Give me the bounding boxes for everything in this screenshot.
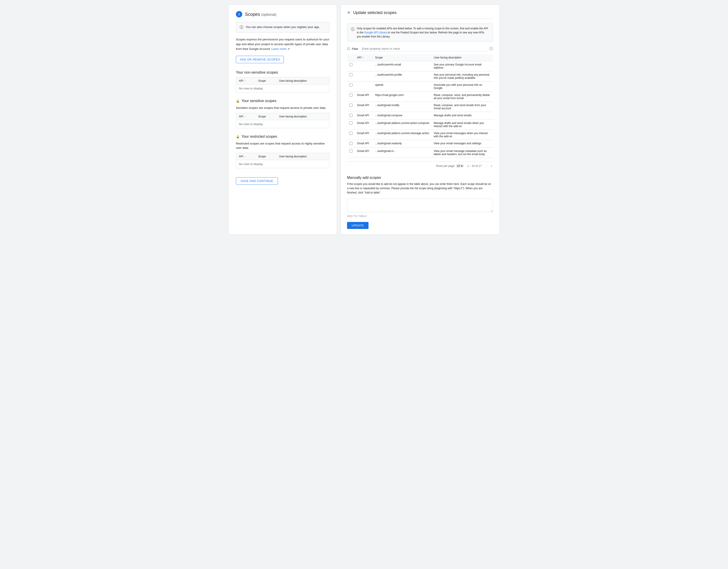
api-info-banner: ⓘ Only scopes for enabled APIs are liste… xyxy=(347,23,493,42)
pagination-bar: Rows per page: 10 25 50 1 – 10 of 17 ‹ › xyxy=(347,162,493,170)
no-rows-row: No rows to display xyxy=(236,84,329,93)
add-to-table-button[interactable]: ADD TO TABLE xyxy=(347,215,493,218)
manually-add-section: Manually add scopes If the scopes you wo… xyxy=(347,176,493,229)
update-button[interactable]: UPDATE xyxy=(347,222,369,229)
api-info-text: Only scopes for enabled APIs are listed … xyxy=(357,26,489,39)
table-row: .../auth/userinfo.profile See your perso… xyxy=(347,71,493,82)
next-page-button[interactable]: › xyxy=(490,164,493,169)
table-row: Gmail API .../auth/gmail.modify Read, co… xyxy=(347,102,493,112)
no-rows-text-r: No rows to display xyxy=(236,160,329,168)
row-checkbox-cell[interactable] xyxy=(347,148,355,158)
filter-label: Filter xyxy=(352,47,358,51)
scopes-table: API ↑ Scope User-facing description .../… xyxy=(347,54,493,158)
row-api xyxy=(355,61,373,71)
row-checkbox[interactable] xyxy=(349,114,352,117)
info-icon-right: ⓘ xyxy=(351,27,355,32)
row-checkbox[interactable] xyxy=(349,94,352,97)
col-scope-r[interactable]: Scope xyxy=(256,153,276,160)
row-api: Gmail API xyxy=(355,112,373,120)
row-scope: https://mail.google.com/ xyxy=(373,92,431,102)
rows-per-page-select[interactable]: 10 25 50 xyxy=(456,164,464,168)
row-scope: .../auth/userinfo.profile xyxy=(373,71,431,82)
row-description: View your email messages when you intera… xyxy=(431,130,493,140)
row-scope: .../auth/gmail.addons.current.message.ac… xyxy=(373,130,431,140)
panel-header: ✕ Update selected scopes xyxy=(347,10,493,19)
col-scope-header[interactable]: Scope xyxy=(373,54,431,61)
page-range: 1 – 10 of 17 xyxy=(467,164,481,168)
col-desc-s: User-facing description xyxy=(276,113,329,120)
row-description: See your personal info, including any pe… xyxy=(431,71,493,82)
add-remove-scopes-button[interactable]: ADD OR REMOVE SCOPES xyxy=(236,56,284,63)
row-checkbox[interactable] xyxy=(349,104,352,107)
row-api: Gmail API xyxy=(355,130,373,140)
info-banner: ⓘ You can also choose scopes when you re… xyxy=(236,22,329,33)
info-banner-text: You can also choose scopes when you regi… xyxy=(246,25,320,29)
table-header-row: API ↑ Scope User-facing description xyxy=(347,54,493,61)
col-api-s[interactable]: API ↑ xyxy=(236,113,256,120)
manual-scopes-textarea[interactable] xyxy=(347,199,493,212)
sensitive-section: 🔒 Your sensitive scopes Sensitive scopes… xyxy=(236,99,329,128)
row-checkbox-cell[interactable] xyxy=(347,112,355,120)
help-icon[interactable]: ⓘ xyxy=(489,47,493,51)
row-scope: openid xyxy=(373,82,431,92)
info-icon: ⓘ xyxy=(240,25,243,30)
prev-page-button[interactable]: ‹ xyxy=(485,164,488,169)
learn-more-link[interactable]: Learn more xyxy=(272,47,287,51)
col-api-r[interactable]: API ↑ xyxy=(236,153,256,160)
table-row: Gmail API .../auth/gmail.addons.current.… xyxy=(347,120,493,130)
filter-bar: ☷ Filter ⓘ xyxy=(347,46,493,52)
no-rows-row-s: No rows to display xyxy=(236,120,329,128)
step-header: 3 Scopes (optional) xyxy=(236,11,329,17)
row-scope: .../auth/gmail.addons.current.action.com… xyxy=(373,120,431,130)
col-scope[interactable]: Scope xyxy=(256,77,276,84)
page-navigation: ‹ › xyxy=(485,164,493,169)
google-api-library-link[interactable]: Google API Library xyxy=(364,31,387,34)
row-description: Manage drafts and send emails when you i… xyxy=(431,120,493,130)
sensitive-table: API ↑ Scope User-facing description No r… xyxy=(236,113,329,128)
row-checkbox[interactable] xyxy=(349,122,352,125)
table-row: Gmail API .../auth/gmail.compose Manage … xyxy=(347,112,493,120)
row-checkbox-cell[interactable] xyxy=(347,61,355,71)
table-row: openid Associate you with your personal … xyxy=(347,82,493,92)
row-checkbox[interactable] xyxy=(349,142,352,145)
table-row: .../auth/userinfo.email See your primary… xyxy=(347,61,493,71)
row-description: Read, compose, and send emails from your… xyxy=(431,102,493,112)
restricted-section: 🔒 Your restricted scopes Restricted scop… xyxy=(236,135,329,168)
restricted-table: API ↑ Scope User-facing description No r… xyxy=(236,153,329,168)
rows-per-page: Rows per page: 10 25 50 xyxy=(436,164,464,168)
row-api: Gmail API xyxy=(355,92,373,102)
row-api xyxy=(355,82,373,92)
col-api[interactable]: API ↑ xyxy=(236,77,256,84)
row-checkbox-cell[interactable] xyxy=(347,82,355,92)
row-checkbox[interactable] xyxy=(349,83,352,87)
col-scope-s[interactable]: Scope xyxy=(256,113,276,120)
page-container: 3 Scopes (optional) ⓘ You can also choos… xyxy=(228,5,500,235)
row-checkbox-cell[interactable] xyxy=(347,92,355,102)
rows-per-page-label: Rows per page: xyxy=(436,164,455,168)
row-checkbox[interactable] xyxy=(349,132,352,135)
row-checkbox-cell[interactable] xyxy=(347,102,355,112)
row-checkbox[interactable] xyxy=(349,73,352,76)
row-checkbox[interactable] xyxy=(349,150,352,153)
row-api: Gmail API xyxy=(355,148,373,158)
col-api-header[interactable]: API ↑ xyxy=(355,54,373,61)
filter-input[interactable] xyxy=(360,46,488,52)
non-sensitive-title: Your non-sensitive scopes xyxy=(236,70,329,75)
restricted-description: Restricted scopes are scopes that reques… xyxy=(236,141,329,150)
row-checkbox-cell[interactable] xyxy=(347,140,355,148)
close-button[interactable]: ✕ xyxy=(347,10,350,15)
row-scope: .../auth/gmail.m... xyxy=(373,148,431,158)
row-checkbox-cell[interactable] xyxy=(347,71,355,82)
lock-icon-restricted: 🔒 xyxy=(236,135,240,138)
right-panel: ✕ Update selected scopes ⓘ Only scopes f… xyxy=(341,5,500,235)
step-title: Scopes (optional) xyxy=(245,12,276,17)
row-checkbox-cell[interactable] xyxy=(347,130,355,140)
row-checkbox-cell[interactable] xyxy=(347,120,355,130)
save-continue-button[interactable]: SAVE AND CONTINUE xyxy=(236,177,278,185)
non-sensitive-table: API ↑ Scope User-facing description No r… xyxy=(236,77,329,93)
row-api: Gmail API xyxy=(355,102,373,112)
row-scope: .../auth/gmail.compose xyxy=(373,112,431,120)
col-desc: User-facing description xyxy=(276,77,329,84)
row-checkbox[interactable] xyxy=(349,63,352,66)
lock-icon-sensitive: 🔒 xyxy=(236,99,240,103)
